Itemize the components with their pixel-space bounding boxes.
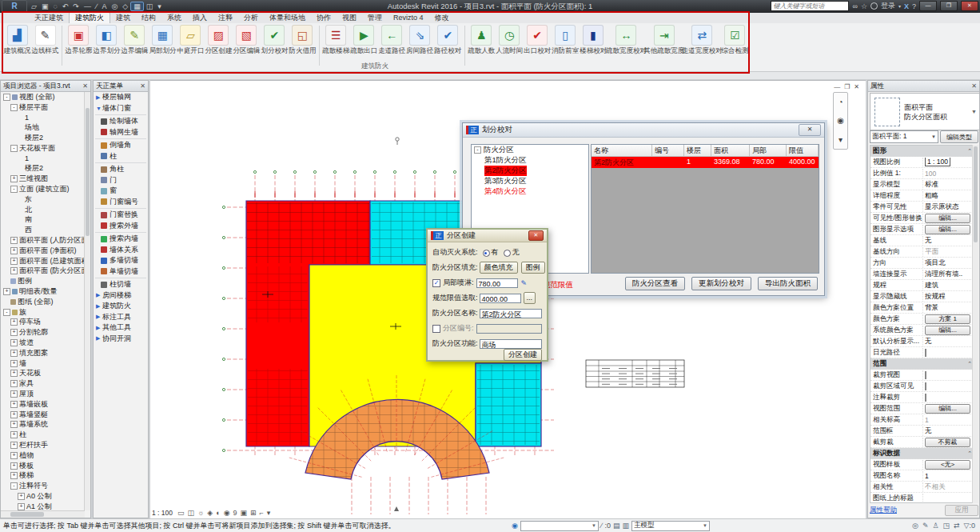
expand-icon[interactable]: + (10, 442, 18, 449)
zone-number-checkbox[interactable] (432, 325, 440, 333)
tab-3[interactable]: 结构 (136, 13, 161, 23)
sprinkler-input[interactable]: 780.00 (476, 278, 518, 288)
column-header-3[interactable]: 面积 (711, 145, 750, 157)
tarch-item-10[interactable]: 门窗替换 (94, 210, 148, 221)
prop-edit-button[interactable]: <无> (925, 460, 970, 470)
ribbon-button-22[interactable]: ⇥其他疏散宽度 (646, 25, 682, 54)
measure-icon[interactable]: — (82, 2, 94, 10)
ribbon-button-8[interactable]: ▧分区编辑 (233, 25, 260, 54)
tarch-item-11[interactable]: 搜索外墙 (94, 221, 148, 232)
ribbon-button-10[interactable]: ◱防火借用 (289, 25, 316, 54)
save-icon[interactable]: ▣ (39, 2, 51, 10)
color-fill-button[interactable]: 颜色填充 (480, 262, 518, 274)
status-icon-4[interactable]: ⇄ (954, 522, 960, 530)
close-icon[interactable]: ✕ (140, 82, 145, 90)
tarch-menu-titlebar[interactable]: 天正菜单 ✕ (94, 81, 148, 92)
prop-row-8[interactable]: 基线无 (870, 235, 974, 246)
favorites-icon[interactable]: ☆ (861, 2, 867, 10)
close-icon[interactable]: ✕ (528, 230, 544, 241)
ribbon-button-16[interactable]: ♟疏散人数 (468, 25, 495, 54)
prop-value[interactable]: 清理所有墙.. (923, 270, 974, 279)
prop-row-10[interactable]: 方向项目北 (870, 258, 974, 269)
legend-button[interactable]: 图例 (521, 262, 545, 274)
prop-row-2[interactable]: 比例值 1:100 (870, 168, 974, 179)
tree-item-15[interactable]: +面积平面 (净面积) (1, 246, 85, 256)
prop-row-26[interactable]: 截剪裁不剪裁 (870, 437, 974, 448)
expand-icon[interactable]: + (10, 411, 18, 418)
signin-dropdown-icon[interactable]: ▾ (898, 3, 901, 9)
tab-2[interactable]: 建筑 (110, 13, 136, 23)
expand-icon[interactable]: + (10, 267, 18, 274)
search-icon[interactable]: ∞ (852, 2, 857, 10)
prop-row-6[interactable]: 可见性/图形替换编辑... (870, 213, 974, 224)
tarch-item-5[interactable]: 柱 (94, 151, 148, 162)
ribbon-button-2[interactable]: ▣边界轮廓 (66, 25, 92, 54)
dialog-titlebar[interactable]: 正 分区创建 ✕ (428, 230, 547, 242)
schedule-table-graphic[interactable] (586, 360, 684, 387)
prop-value[interactable]: 建筑 (923, 281, 974, 290)
tree-item-18[interactable]: 图例 (1, 276, 85, 286)
ribbon-button-15[interactable]: ✔路径校对 (435, 25, 461, 54)
expand-icon[interactable]: + (10, 339, 18, 346)
tree-item-4[interactable]: 楼层2 (1, 133, 85, 143)
zone-name-input[interactable]: 第2防火分区 (480, 309, 542, 318)
prop-edit-button[interactable]: 编辑... (925, 326, 970, 335)
prop-row-23[interactable]: 视图范围编辑... (870, 403, 974, 414)
view-control-icon-4[interactable]: ◐ (216, 509, 220, 517)
dlg-tree-root[interactable]: -防火分区 (472, 145, 588, 155)
signin-button[interactable]: 登录 (881, 1, 895, 11)
tarch-item-19[interactable]: ▶标注工具 (94, 312, 148, 323)
view-minimize-icon[interactable]: — (834, 83, 840, 90)
dialog-button-0[interactable]: 防火分区查看 (625, 277, 685, 290)
view-control-icon-1[interactable]: ◫ (188, 509, 195, 517)
prop-edit-button[interactable]: 方案 1 (925, 314, 970, 324)
view-instance-combo[interactable]: 面积平面: 1 ▼ (870, 130, 938, 143)
view-restore-icon[interactable]: ❐ (844, 83, 850, 90)
tarch-item-2[interactable]: 绘制墙体 (94, 116, 148, 127)
prop-value[interactable]: 100 (923, 170, 974, 178)
prop-edit-button[interactable]: 编辑... (925, 225, 970, 234)
tab-5[interactable]: 插入 (187, 13, 213, 23)
ribbon-button-23[interactable]: ⇄走道宽度校对 (684, 25, 720, 54)
tab-12[interactable]: Revizto 4 (388, 13, 429, 23)
prop-value[interactable]: 1 (923, 472, 974, 480)
prop-row-13[interactable]: 显示隐藏线按规程 (870, 291, 974, 302)
expand-icon[interactable]: + (18, 493, 25, 500)
design-options-icon[interactable]: ▤ (613, 522, 620, 530)
open-icon[interactable]: ▱ (29, 2, 39, 10)
expand-icon[interactable]: + (10, 329, 18, 336)
prop-value[interactable]: 项目北 (923, 258, 974, 268)
tree-item-37[interactable]: +楼梯 (1, 470, 85, 481)
switch-windows-icon[interactable]: ◫ (144, 2, 156, 10)
tab-13[interactable]: 修改 (429, 13, 455, 23)
properties-scrollbar[interactable] (972, 145, 978, 503)
close-icon[interactable]: ✕ (971, 82, 977, 90)
expand-icon[interactable]: + (10, 462, 18, 470)
filter-icon[interactable]: ▽:0 (964, 522, 975, 530)
tab-4[interactable]: 系统 (161, 13, 187, 23)
prop-value[interactable]: 1 : 100 (923, 158, 974, 166)
collapse-icon[interactable]: - (10, 145, 18, 152)
prop-value[interactable]: 按规程 (923, 292, 974, 302)
tree-item-40[interactable]: +A1 公制 (1, 502, 85, 510)
tarch-item-20[interactable]: ▶其他工具 (94, 322, 148, 334)
prop-row-24[interactable]: 相关标高1 (870, 414, 974, 426)
worksets-icon[interactable]: ◉ (512, 522, 518, 530)
prop-row-14[interactable]: 颜色方案位置背景 (870, 302, 974, 314)
tab-9[interactable]: 协作 (311, 13, 337, 23)
app-menu-button[interactable]: R (2, 0, 27, 13)
prop-row-28[interactable]: 视图样板<无> (870, 459, 974, 470)
ribbon-button-12[interactable]: ▶疏散出口 (351, 25, 377, 54)
dialog-button-1[interactable]: 更新划分校对 (691, 277, 751, 290)
prop-value[interactable]: 平面 (923, 247, 974, 257)
view-control-icon-9[interactable]: ⌐ (260, 509, 264, 517)
tree-item-29[interactable]: +屋顶 (1, 389, 85, 399)
expand-icon[interactable]: + (10, 421, 18, 428)
thin-lines-icon[interactable]: ▦ (130, 2, 144, 11)
prop-value[interactable]: 标准 (923, 180, 974, 190)
prop-row-3[interactable]: 显示模型标准 (870, 179, 974, 190)
tarch-item-13[interactable]: 墙体关系 (94, 245, 148, 256)
tree-item-13[interactable]: 西 (1, 225, 85, 235)
prop-edit-button[interactable]: 编辑... (925, 404, 970, 414)
tree-item-27[interactable]: +天花板 (1, 369, 85, 379)
